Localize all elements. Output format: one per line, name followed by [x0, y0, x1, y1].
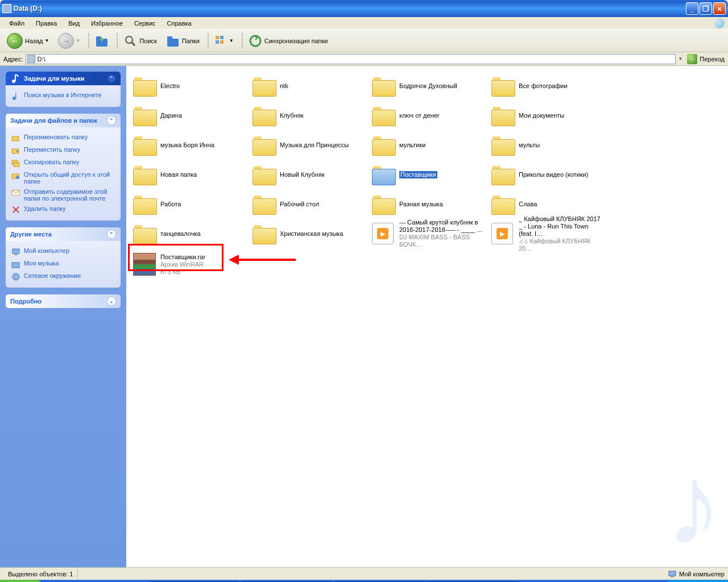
music-icon	[11, 92, 20, 101]
folder-item[interactable]: Новая папка	[132, 160, 246, 189]
folder-item[interactable]: Слава	[490, 190, 604, 218]
folder-item[interactable]: Дарина	[132, 101, 246, 130]
folder-item[interactable]: Музыка для Принцессы	[251, 131, 365, 159]
folder-name: Все фотографии	[519, 82, 568, 90]
menu-tools[interactable]: Сервис	[129, 19, 162, 28]
folder-item[interactable]: Новый Клубняк	[251, 160, 365, 189]
status-location: Мой компьютер	[668, 569, 725, 579]
minimize-button[interactable]: _	[686, 2, 698, 15]
panel-header[interactable]: Задачи для файлов и папок ⌃	[6, 114, 121, 127]
svg-rect-12	[15, 75, 16, 81]
collapse-icon[interactable]: ⌃	[107, 230, 116, 239]
folder-item[interactable]: музыка Боря Инна	[132, 131, 246, 159]
folder-name: Новая папка	[160, 171, 197, 178]
menu-view[interactable]: Вид	[63, 19, 85, 28]
place-network[interactable]: Сетевое окружение	[11, 271, 115, 283]
task-search-music-online[interactable]: Поиск музыки в Интернете	[11, 90, 115, 102]
folder-item[interactable]: Клубняк	[251, 101, 365, 130]
folder-item[interactable]: танцевалочка	[132, 219, 246, 248]
folder-item[interactable]: Все фотографии	[490, 72, 604, 100]
up-button[interactable]	[92, 32, 112, 49]
start-button[interactable]: пуск	[0, 580, 43, 582]
forward-button[interactable]: → ▼	[55, 32, 84, 49]
back-button[interactable]: ← Назад ▼	[3, 32, 52, 49]
folder-item[interactable]: мульты	[490, 131, 604, 159]
folder-icon	[253, 107, 275, 125]
menu-favorites[interactable]: Избранное	[85, 19, 129, 28]
folder-icon	[253, 136, 275, 155]
separator	[88, 33, 89, 49]
folder-icon	[133, 196, 156, 214]
menu-edit[interactable]: Правка	[30, 19, 63, 28]
address-input[interactable]	[26, 54, 676, 64]
task-copy[interactable]: Скопировать папку	[11, 157, 115, 169]
search-button[interactable]: Поиск	[120, 32, 160, 49]
file-view[interactable]: ♪ ElectrontkБодрячок ДуховныйВсе фотогра…	[126, 66, 728, 567]
folders-button[interactable]: Папки	[163, 32, 203, 49]
forward-arrow-icon: →	[58, 33, 74, 49]
panel-header[interactable]: Задачи для музыки ⌃	[6, 72, 121, 85]
svg-line-3	[132, 43, 135, 45]
place-my-computer[interactable]: Мой компьютер	[11, 246, 115, 258]
folder-item[interactable]: Поставщики	[371, 160, 485, 189]
svg-rect-15	[12, 136, 19, 141]
task-delete[interactable]: Удалить папку	[11, 203, 115, 216]
folder-item[interactable]: Рабочий стол	[251, 190, 365, 218]
folder-item[interactable]: Христианская музыка	[251, 219, 365, 248]
svg-point-10	[250, 36, 260, 46]
svg-rect-18	[14, 163, 19, 167]
task-email[interactable]: Отправить содержимое этой папки по элект…	[11, 186, 115, 203]
panel-file-tasks: Задачи для файлов и папок ⌃ Переименоват…	[6, 114, 121, 221]
throbber-icon	[714, 18, 725, 28]
sync-button[interactable]: Синхронизация папки	[245, 32, 332, 49]
panel-header[interactable]: Другие места⌃	[6, 227, 121, 241]
folder-item[interactable]: Приколы видео (котики)	[490, 160, 604, 189]
window-title: Data (D:)	[14, 5, 685, 13]
folder-icon	[372, 196, 395, 214]
taskbar: пуск Диалоги - Google Ch…Как отправить а…	[0, 580, 728, 582]
folder-item[interactable]: Разная музыка	[371, 190, 485, 218]
collapse-icon[interactable]: ⌃	[107, 116, 116, 125]
collapse-icon[interactable]: ⌃	[107, 74, 116, 83]
folder-item[interactable]: ntk	[251, 72, 365, 100]
folder-name: Мои документы	[519, 112, 564, 119]
menu-file[interactable]: Файл	[3, 19, 30, 28]
task-share[interactable]: Открыть общий доступ к этой папке	[11, 169, 115, 186]
media-icon: ▶	[491, 223, 513, 244]
media-item[interactable]: ▶--- Самый крутой клубняк в 2016-2017-20…	[371, 219, 485, 248]
svg-rect-25	[14, 254, 18, 255]
folder-item[interactable]: Мои документы	[490, 101, 604, 130]
folder-icon	[133, 166, 156, 184]
address-dropdown-icon[interactable]: ▼	[678, 56, 682, 61]
folder-name: мультики	[399, 142, 425, 149]
folder-item[interactable]: мультики	[371, 131, 485, 159]
go-button[interactable]: →	[687, 54, 697, 64]
task-move[interactable]: Переместить папку	[11, 144, 115, 157]
svg-rect-26	[12, 263, 19, 268]
maximize-button[interactable]: ❐	[700, 2, 712, 15]
svg-rect-5	[167, 36, 172, 40]
folder-item[interactable]: Бодрячок Духовный	[371, 72, 485, 100]
place-my-music[interactable]: Моя музыка	[11, 258, 115, 271]
folder-item[interactable]: Работа	[132, 190, 246, 218]
folder-name: Христианская музыка	[280, 230, 343, 238]
svg-point-2	[126, 36, 133, 43]
menu-help[interactable]: Справка	[162, 19, 197, 28]
media-item[interactable]: ▶_ Кайфовый КЛУБНЯК 2017 _ - Luna - Run …	[490, 219, 604, 248]
task-rename[interactable]: Переименовать папку	[11, 132, 115, 144]
system-tray: RU 12:39	[668, 580, 728, 582]
close-button[interactable]: ×	[713, 2, 726, 15]
panel-header[interactable]: Подробно⌄	[6, 294, 121, 308]
archive-item[interactable]: Поставщики.rarАрхив WinRAR873 КБ	[132, 250, 246, 278]
panel-details: Подробно⌄	[6, 294, 121, 308]
view-button[interactable]: ▼	[211, 32, 237, 49]
folder-name: музыка Боря Инна	[160, 142, 214, 149]
expand-icon[interactable]: ⌄	[107, 297, 116, 306]
svg-rect-4	[167, 39, 179, 47]
folder-name: Слава	[519, 201, 537, 208]
folder-item[interactable]: ключ от денег	[371, 101, 485, 130]
toolbar: ← Назад ▼ → ▼ Поиск Папки ▼ Синхронизаци…	[0, 30, 728, 52]
email-icon	[11, 188, 20, 197]
folder-name: ntk	[280, 82, 288, 90]
folder-item[interactable]: Electro	[132, 72, 246, 100]
